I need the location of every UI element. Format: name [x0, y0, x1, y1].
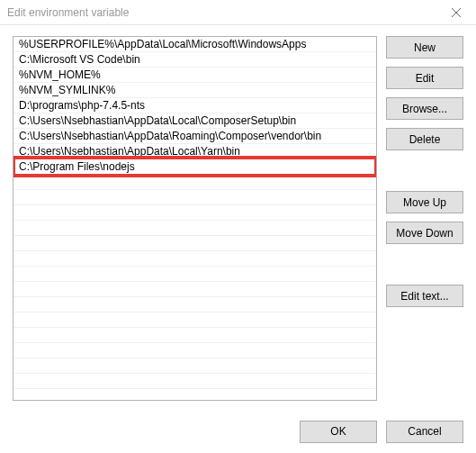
- list-item-empty[interactable]: [13, 343, 376, 358]
- list-item[interactable]: %USERPROFILE%\AppData\Local\Microsoft\Wi…: [13, 37, 376, 52]
- titlebar: Edit environment variable: [0, 0, 476, 25]
- list-item[interactable]: %NVM_HOME%: [13, 68, 376, 83]
- dialog-footer: OK Cancel: [0, 410, 476, 453]
- close-button[interactable]: [436, 0, 476, 25]
- list-item-empty[interactable]: [13, 358, 376, 374]
- list-item[interactable]: %NVM_SYMLINK%: [13, 83, 376, 98]
- close-icon: [452, 8, 461, 17]
- list-item[interactable]: C:\Users\Nsebhastian\AppData\Local\Yarn\…: [13, 144, 376, 159]
- cancel-button[interactable]: Cancel: [386, 421, 463, 443]
- move-up-button[interactable]: Move Up: [386, 191, 463, 213]
- list-item-empty[interactable]: [13, 313, 376, 328]
- list-item[interactable]: C:\Users\Nsebhastian\AppData\Local\Compo…: [13, 113, 376, 129]
- move-down-button[interactable]: Move Down: [386, 222, 463, 244]
- list-item-empty[interactable]: [13, 297, 376, 313]
- list-item-empty[interactable]: [13, 236, 376, 251]
- content-area: %USERPROFILE%\AppData\Local\Microsoft\Wi…: [0, 25, 476, 410]
- window-title: Edit environment variable: [7, 6, 129, 19]
- list-item-empty[interactable]: [13, 328, 376, 343]
- edit-text-button[interactable]: Edit text...: [386, 285, 463, 307]
- list-item[interactable]: C:\Program Files\nodejs: [13, 159, 376, 175]
- list-item-empty[interactable]: [13, 190, 376, 205]
- list-item-empty[interactable]: [13, 267, 376, 282]
- button-column: New Edit Browse... Delete Move Up Move D…: [386, 36, 463, 401]
- list-item[interactable]: D:\programs\php-7.4.5-nts: [13, 98, 376, 113]
- list-item-empty[interactable]: [13, 374, 376, 389]
- delete-button[interactable]: Delete: [386, 128, 463, 150]
- list-item-empty[interactable]: [13, 221, 376, 236]
- list-item[interactable]: C:\Users\Nsebhastian\AppData\Roaming\Com…: [13, 129, 376, 144]
- list-item-empty[interactable]: [13, 251, 376, 267]
- list-item-empty[interactable]: [13, 205, 376, 221]
- path-list[interactable]: %USERPROFILE%\AppData\Local\Microsoft\Wi…: [13, 36, 377, 401]
- list-item-empty[interactable]: [13, 175, 376, 190]
- list-item-empty[interactable]: [13, 282, 376, 297]
- list-item[interactable]: C:\Microsoft VS Code\bin: [13, 52, 376, 68]
- edit-button[interactable]: Edit: [386, 67, 463, 89]
- new-button[interactable]: New: [386, 36, 463, 59]
- ok-button[interactable]: OK: [300, 421, 377, 443]
- browse-button[interactable]: Browse...: [386, 97, 463, 120]
